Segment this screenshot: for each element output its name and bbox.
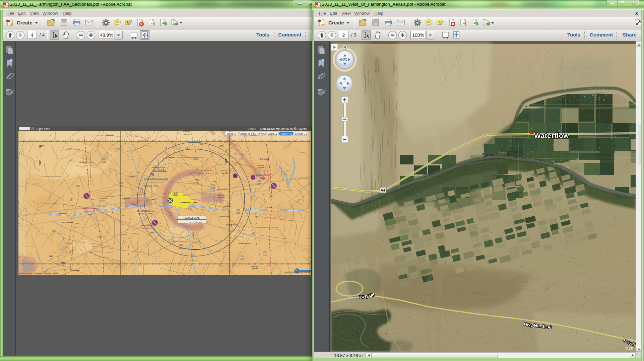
svg-text:Enroute H-4: Enroute H-4 [240,133,252,135]
svg-text:Portions licensed by FlightPre: Portions licensed by FlightPrep. US Pate… [19,272,59,274]
svg-text:T: T [126,20,128,24]
svg-text:World VFR: World VFR [280,133,292,135]
svg-text:© 20: © 20 [625,346,633,350]
svg-text:Waterflow: Waterflow [534,132,569,139]
svg-text:Enroute L-8: Enroute L-8 [295,133,307,135]
svg-text:World Lo: World Lo [268,133,277,135]
svg-text:World Hi: World Hi [227,133,236,135]
svg-text:Layers: Layers [298,127,307,131]
svg-text:04:38:50 Z: 04:38:50 Z [248,128,256,130]
svg-text:CG-19 WAC: CG-19 WAC [253,133,266,135]
svg-text:T: T [438,20,440,24]
svg-text:N: N [343,46,346,49]
svg-text:N36°44.50' W108°13.75': N36°44.50' W108°13.75' [260,127,294,131]
svg-text:Flight Plan: Flight Plan [36,127,50,131]
